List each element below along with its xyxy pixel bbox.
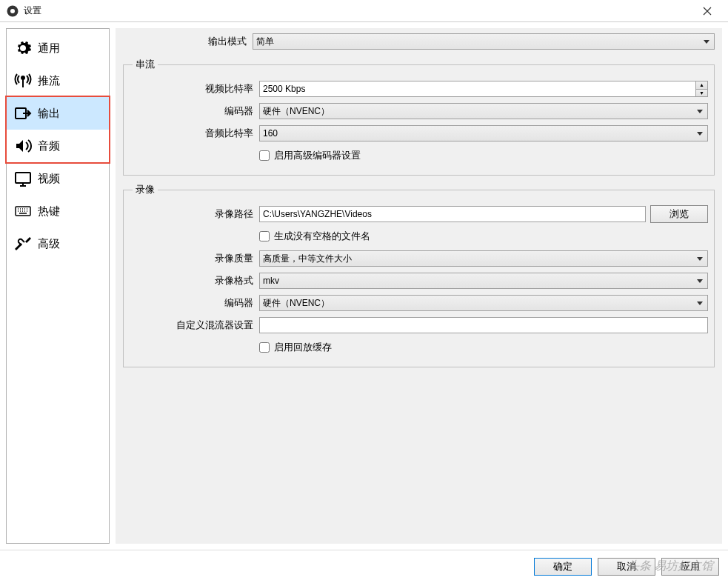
- audio-bitrate-row: 音频比特率 160: [130, 124, 708, 142]
- recording-format-row: 录像格式 mkv: [130, 272, 708, 290]
- advanced-encoder-row: 启用高级编码器设置: [130, 147, 708, 164]
- recording-quality-row: 录像质量 高质量，中等文件大小: [130, 250, 708, 267]
- audio-bitrate-combo[interactable]: 160: [259, 125, 708, 141]
- sidebar-item-output[interactable]: 输出: [7, 97, 109, 130]
- spin-down-icon[interactable]: ▼: [696, 90, 707, 97]
- sidebar: 通用 推流 输出 音频 视频: [6, 28, 110, 544]
- advanced-encoder-label: 启用高级编码器设置: [274, 149, 361, 162]
- sidebar-item-label: 音频: [38, 139, 60, 153]
- ok-button[interactable]: 确定: [534, 558, 592, 576]
- streaming-encoder-row: 编码器 硬件（NVENC）: [130, 102, 708, 120]
- sidebar-item-label: 高级: [38, 237, 60, 251]
- svg-point-1: [10, 9, 15, 13]
- recording-quality-combo[interactable]: 高质量，中等文件大小: [259, 250, 708, 267]
- sidebar-item-general[interactable]: 通用: [7, 32, 109, 64]
- apply-button[interactable]: 应用: [661, 558, 719, 576]
- output-mode-combo[interactable]: 简单: [253, 33, 715, 50]
- advanced-encoder-checkbox[interactable]: [259, 150, 270, 161]
- video-bitrate-input[interactable]: 2500 Kbps ▲▼: [259, 81, 708, 97]
- no-space-checkbox[interactable]: [259, 231, 270, 241]
- muxer-input[interactable]: [259, 317, 708, 333]
- main-body: 通用 推流 输出 音频 视频: [0, 22, 728, 550]
- sidebar-item-hotkeys[interactable]: 热键: [7, 195, 109, 227]
- recording-legend: 录像: [133, 183, 158, 196]
- svg-point-2: [21, 76, 24, 79]
- cancel-button[interactable]: 取消: [598, 558, 655, 576]
- no-space-row: 生成没有空格的文件名: [130, 227, 708, 245]
- sidebar-item-stream[interactable]: 推流: [7, 64, 109, 97]
- svg-rect-4: [16, 173, 30, 183]
- audio-bitrate-label: 音频比特率: [130, 127, 259, 140]
- speaker-icon: [14, 137, 32, 155]
- tools-icon: [14, 235, 32, 253]
- streaming-encoder-combo[interactable]: 硬件（NVENC）: [259, 103, 708, 119]
- spin-up-icon[interactable]: ▲: [696, 81, 707, 90]
- muxer-label: 自定义混流器设置: [130, 319, 259, 332]
- sidebar-item-audio[interactable]: 音频: [7, 130, 109, 162]
- recording-path-input[interactable]: C:\Users\YANGZHE\Videos: [259, 206, 646, 222]
- replay-buffer-checkbox[interactable]: [259, 342, 270, 353]
- muxer-row: 自定义混流器设置: [130, 316, 708, 334]
- app-logo-icon: [6, 4, 19, 18]
- video-bitrate-row: 视频比特率 2500 Kbps ▲▼: [130, 80, 708, 98]
- recording-fieldset: 录像 录像路径 C:\Users\YANGZHE\Videos 浏览 生成没有空…: [123, 183, 715, 367]
- monitor-icon: [14, 170, 32, 187]
- footer: 确定 取消 应用: [0, 550, 728, 583]
- close-icon: [703, 7, 712, 16]
- sidebar-item-label: 推流: [38, 74, 60, 88]
- recording-quality-label: 录像质量: [130, 252, 259, 265]
- recording-path-row: 录像路径 C:\Users\YANGZHE\Videos 浏览: [130, 205, 708, 223]
- recording-encoder-row: 编码器 硬件（NVENC）: [130, 294, 708, 312]
- sidebar-item-label: 通用: [38, 41, 60, 56]
- recording-encoder-label: 编码器: [130, 296, 259, 310]
- recording-format-label: 录像格式: [130, 274, 259, 287]
- output-mode-row: 输出模式 简单: [123, 33, 715, 50]
- output-icon: [14, 104, 32, 122]
- browse-button[interactable]: 浏览: [650, 205, 708, 223]
- streaming-legend: 串流: [133, 58, 158, 71]
- spinner-controls[interactable]: ▲▼: [695, 81, 707, 96]
- window-close-button[interactable]: [692, 0, 722, 22]
- antenna-icon: [14, 72, 32, 90]
- replay-buffer-row: 启用回放缓存: [130, 339, 708, 356]
- window-title: 设置: [24, 4, 692, 17]
- output-mode-label: 输出模式: [123, 35, 253, 48]
- recording-format-combo[interactable]: mkv: [259, 273, 708, 289]
- replay-buffer-label: 启用回放缓存: [274, 341, 332, 354]
- streaming-encoder-label: 编码器: [130, 104, 259, 118]
- sidebar-item-video[interactable]: 视频: [7, 162, 109, 195]
- no-space-label: 生成没有空格的文件名: [274, 230, 370, 243]
- sidebar-item-label: 视频: [38, 172, 60, 186]
- sidebar-item-label: 热键: [38, 204, 60, 219]
- recording-encoder-combo[interactable]: 硬件（NVENC）: [259, 295, 708, 311]
- streaming-fieldset: 串流 视频比特率 2500 Kbps ▲▼ 编码器 硬件（NVENC）: [123, 58, 715, 176]
- video-bitrate-label: 视频比特率: [130, 82, 259, 96]
- content-panel: 输出模式 简单 串流 视频比特率 2500 Kbps ▲▼ 编码器: [116, 28, 722, 544]
- titlebar: 设置: [0, 0, 728, 22]
- sidebar-item-advanced[interactable]: 高级: [7, 227, 109, 260]
- recording-path-label: 录像路径: [130, 207, 259, 221]
- sidebar-item-label: 输出: [38, 107, 60, 121]
- keyboard-icon: [14, 202, 32, 220]
- gear-icon: [14, 39, 32, 57]
